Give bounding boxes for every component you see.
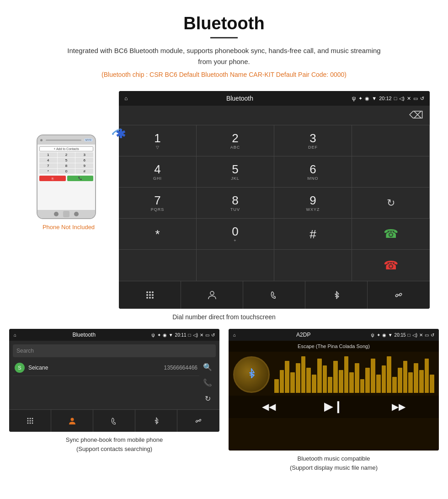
phone-key-8: 8 bbox=[58, 163, 75, 168]
music-visualizer bbox=[274, 356, 434, 393]
music-controls: ◀◀ ▶❙ ▶▶ bbox=[229, 396, 439, 418]
viz-bar bbox=[376, 375, 381, 393]
dialer-title: Bluetooth bbox=[130, 95, 349, 102]
phone-key-6: 6 bbox=[75, 158, 93, 163]
viz-bar bbox=[392, 377, 397, 393]
svg-point-16 bbox=[27, 420, 28, 422]
svg-point-1 bbox=[146, 291, 148, 293]
pb-phone-icon bbox=[110, 417, 118, 425]
phonebook-caption: Sync phone-book from mobile phone(Suppor… bbox=[66, 435, 163, 453]
viz-bar bbox=[280, 370, 284, 393]
contact-number: 13566664466 bbox=[164, 365, 197, 371]
music-screenshot-item: ⌂ A2DP ψ ✦ ◉ ▼ 20:15 □ ◁) ✕ ▭ ↺ Escape (… bbox=[229, 329, 439, 472]
pb-nav-user[interactable] bbox=[51, 410, 93, 432]
key-5[interactable]: 5 JKL bbox=[197, 156, 274, 188]
dialer-nav-contacts[interactable] bbox=[181, 281, 243, 309]
key-2[interactable]: 2 ABC bbox=[197, 125, 274, 156]
title-underline bbox=[210, 37, 238, 38]
svg-point-17 bbox=[29, 420, 31, 422]
svg-point-5 bbox=[149, 294, 151, 296]
backspace-button[interactable]: ⌫ bbox=[409, 109, 423, 121]
dialer-nav-link[interactable] bbox=[368, 281, 430, 309]
svg-point-13 bbox=[27, 418, 28, 419]
svg-rect-24 bbox=[199, 419, 202, 422]
pb-nav-keypad[interactable] bbox=[9, 410, 51, 432]
svg-point-9 bbox=[152, 297, 154, 299]
key-call[interactable]: ☎ bbox=[352, 219, 430, 250]
music-close-icon: ✕ bbox=[419, 333, 423, 338]
contacts-person-icon bbox=[207, 290, 217, 300]
back-arrow-icon: ↺ bbox=[420, 96, 424, 102]
prev-track-button[interactable]: ◀◀ bbox=[262, 401, 276, 412]
key-7[interactable]: 7 PQRS bbox=[119, 188, 197, 219]
viz-bar bbox=[408, 372, 413, 393]
dialer-status-bar: ⌂ Bluetooth ψ ✦ ◉ ▼ 20:12 □ ◁) ✕ ▭ ↺ bbox=[119, 91, 430, 106]
pb-nav-bluetooth[interactable] bbox=[135, 410, 177, 432]
usb-icon: ψ bbox=[352, 95, 356, 102]
play-pause-button[interactable]: ▶❙ bbox=[324, 399, 343, 413]
phone-screen: + Add to Contacts 1 2 3 4 5 6 7 8 9 * 0 … bbox=[37, 145, 95, 210]
key-3[interactable]: 3 DEF bbox=[274, 125, 352, 156]
pb-person-icon bbox=[68, 417, 76, 425]
music-usb-icon: ψ bbox=[371, 333, 374, 338]
pb-bt-icon: ✦ bbox=[157, 333, 161, 338]
gps-icon: ◉ bbox=[365, 96, 369, 102]
key-reload[interactable]: ↻ bbox=[352, 188, 430, 219]
phonebook-layout: S Seicane 13566664466 🔍 📞 ↻ bbox=[13, 360, 216, 406]
pb-usb-icon: ψ bbox=[152, 333, 155, 338]
dialer-nav-keypad[interactable] bbox=[119, 281, 181, 309]
phone-end-btn: ⎘ bbox=[39, 176, 66, 181]
viz-bar bbox=[365, 368, 370, 393]
viz-bar bbox=[382, 365, 386, 393]
key-star[interactable]: * bbox=[119, 219, 197, 250]
key-0[interactable]: 0 + bbox=[197, 219, 274, 250]
key-6[interactable]: 6 MNO bbox=[274, 156, 352, 188]
svg-point-8 bbox=[149, 297, 151, 299]
viz-bar bbox=[344, 356, 349, 393]
contact-letter: S bbox=[15, 363, 25, 373]
bt-signal-group: ✱ bbox=[105, 121, 121, 135]
viz-bar bbox=[323, 365, 327, 393]
pb-nav-link[interactable] bbox=[177, 410, 219, 432]
search-right-icon[interactable]: 🔍 bbox=[203, 363, 212, 371]
viz-bar bbox=[301, 356, 306, 393]
key-5-sub: JKL bbox=[231, 176, 240, 181]
key-hangup[interactable]: ☎ bbox=[352, 250, 430, 281]
phone-keypad: 1 2 3 4 5 6 7 8 9 * 0 # bbox=[39, 152, 93, 174]
page-header: Bluetooth Integrated with BC6 Bluetooth … bbox=[0, 0, 448, 91]
dialer-nav-bluetooth[interactable] bbox=[305, 281, 368, 309]
phone-end-icon: ⎘ bbox=[52, 177, 53, 180]
key-star-main: * bbox=[155, 228, 160, 240]
phone-action-row: ⎘ 📞 bbox=[39, 176, 93, 181]
key-4[interactable]: 4 GHI bbox=[119, 156, 197, 188]
music-bt-icon: ✦ bbox=[377, 333, 380, 338]
key-0-sub: + bbox=[234, 238, 236, 243]
key-1[interactable]: 1 ▽ bbox=[119, 125, 197, 156]
call-icon: ☎ bbox=[384, 227, 398, 241]
key-6-sub: MNO bbox=[308, 176, 319, 181]
key-empty-1 bbox=[352, 125, 430, 156]
key-empty-2 bbox=[352, 156, 430, 188]
main-section: ✱ MYR + Add to Contacts 1 2 3 4 5 bbox=[0, 91, 448, 309]
svg-point-19 bbox=[27, 423, 28, 424]
next-track-button[interactable]: ▶▶ bbox=[392, 401, 405, 412]
svg-point-2 bbox=[149, 291, 151, 293]
key-hash[interactable]: # bbox=[274, 219, 352, 250]
contact-row[interactable]: S Seicane 13566664466 bbox=[13, 360, 199, 376]
search-bar[interactable]: Search bbox=[13, 344, 216, 357]
key-9[interactable]: 9 WXYZ bbox=[274, 188, 352, 219]
reload-right-icon[interactable]: ↻ bbox=[205, 394, 211, 403]
phone-key-9: 9 bbox=[75, 163, 93, 168]
pb-title: Bluetooth bbox=[19, 332, 149, 338]
svg-point-20 bbox=[29, 423, 31, 424]
phone-carrier-label: MYR bbox=[85, 139, 92, 141]
pb-nav-phone[interactable] bbox=[93, 410, 135, 432]
music-main bbox=[229, 352, 439, 396]
page-description: Integrated with BC6 Bluetooth module, su… bbox=[64, 45, 384, 67]
key-8[interactable]: 8 TUV bbox=[197, 188, 274, 219]
call-right-icon[interactable]: 📞 bbox=[203, 378, 212, 387]
phone-key-1: 1 bbox=[39, 152, 57, 157]
dialer-nav-phone[interactable] bbox=[243, 281, 305, 309]
key-1-sub: ▽ bbox=[156, 145, 160, 150]
phonebook-status-bar: ⌂ Bluetooth ψ ✦ ◉ ▼ 20:11 □ ◁) ✕ ▭ ↺ bbox=[9, 329, 219, 341]
